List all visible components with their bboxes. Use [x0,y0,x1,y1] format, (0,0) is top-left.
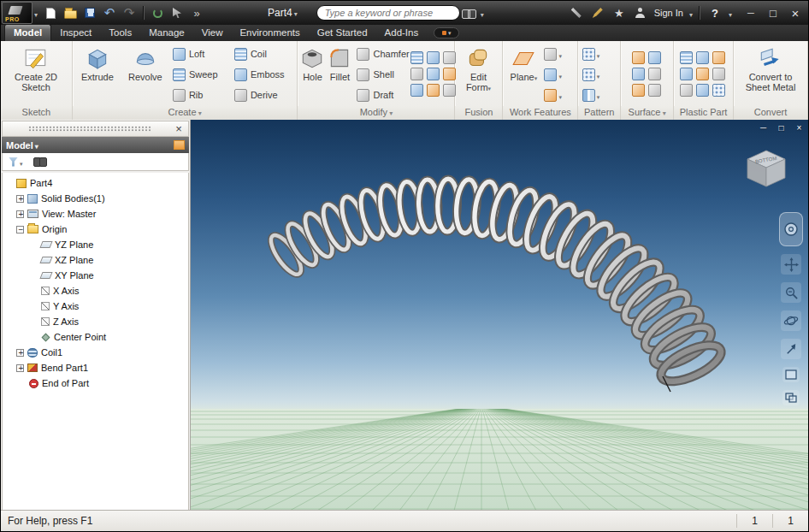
panel-label-pattern[interactable]: Pattern [578,106,620,120]
expander-icon[interactable] [16,349,24,357]
filter-button[interactable] [9,154,23,169]
sweep-button[interactable]: Sweep [170,66,230,83]
tree-item-center-point[interactable]: Center Point [3,329,188,345]
decal-icon[interactable] [712,84,725,97]
tree-item-part4[interactable]: Part4 [3,175,188,191]
coil-button[interactable]: Coil [232,45,295,62]
panel-label-surface[interactable]: Surface [621,106,673,120]
search-button[interactable] [460,4,479,21]
graphics-viewport[interactable]: BOTTOM ─ □ × [191,120,809,511]
expander-icon[interactable] [16,195,24,203]
expander-icon[interactable] [16,226,24,233]
favorites-button[interactable] [610,4,629,21]
snap-fit-icon[interactable] [680,68,693,80]
open-button[interactable] [61,4,80,21]
work-axis-button[interactable] [544,46,573,62]
tab-manage[interactable]: Manage [140,25,193,41]
new-file-button[interactable] [41,4,60,21]
hole-button[interactable]: Hole [299,43,325,106]
tab-inspect[interactable]: Inspect [51,25,100,41]
stitch-icon[interactable] [632,51,645,64]
bend-part-icon[interactable] [443,84,456,97]
sculpt-icon[interactable] [632,84,645,97]
expander-icon[interactable] [16,210,24,218]
edit-form-button[interactable]: Edit Form [457,43,499,106]
document-minimize-button[interactable]: ─ [756,121,771,134]
loft-button[interactable]: Loft [170,45,230,62]
sign-in-avatar[interactable] [631,4,650,21]
panel-label-fusion[interactable]: Fusion [455,106,502,120]
maximize-button[interactable] [762,4,784,21]
panel-label-modify[interactable]: Modify [298,106,454,120]
panel-label-plastic-part[interactable]: Plastic Part [674,106,733,120]
thread-icon[interactable] [410,51,423,64]
steering-wheel-button[interactable] [779,212,803,246]
draft-button[interactable]: Draft [354,86,407,103]
move-face-icon[interactable] [410,68,423,80]
tab-get-started[interactable]: Get Started [309,25,376,41]
mirror-button[interactable] [582,87,617,103]
extend-icon[interactable] [648,68,661,80]
tab-tools[interactable]: Tools [100,25,140,41]
application-menu-button[interactable]: PRO [2,2,32,24]
tree-item-bend-part1[interactable]: Bend Part1 [3,360,188,375]
tree-item-y-axis[interactable]: Y Axis [3,299,188,314]
sign-in-label[interactable]: Sign In [654,8,683,18]
tools-button[interactable] [567,4,586,21]
panel-label-work-features[interactable]: Work Features [503,106,577,120]
lip-icon[interactable] [712,68,725,80]
help-caret-icon[interactable] [727,5,732,21]
tab-environments[interactable]: Environments [231,25,308,41]
sign-in-caret-icon[interactable] [688,5,693,21]
tree-item-xy-plane[interactable]: XY Plane [3,268,188,283]
document-restore-button[interactable]: □ [774,121,788,134]
orbit-button[interactable] [781,310,801,331]
ribbon-options-button[interactable] [434,27,459,38]
replace-face-icon[interactable] [648,84,661,97]
emboss-button[interactable]: Emboss [232,66,295,83]
patch-icon[interactable] [648,51,661,64]
expander-icon[interactable] [16,364,24,372]
circular-pattern-button[interactable] [582,67,617,82]
copy-object-icon[interactable] [427,68,440,80]
minimize-button[interactable] [740,4,762,21]
save-button[interactable] [80,4,99,21]
shell-button[interactable]: Shell [354,66,407,83]
delete-face-icon[interactable] [410,84,423,97]
rectangular-pattern-button[interactable] [582,46,617,62]
update-button[interactable] [148,4,167,21]
close-button[interactable] [784,4,806,21]
document-title-caret-icon[interactable] [292,7,298,19]
convert-to-sheet-metal-button[interactable]: Convert to Sheet Metal [735,43,806,106]
panel-label-convert[interactable]: Convert [734,106,807,120]
thicken-icon[interactable] [696,84,709,97]
undo-button[interactable] [100,4,119,21]
derive-button[interactable]: Derive [232,86,295,103]
grill-icon[interactable] [680,51,693,64]
annotate-button[interactable] [588,4,607,21]
tab-add-ins[interactable]: Add-Ins [376,25,428,41]
split-icon[interactable] [443,51,456,64]
browser-title-bar[interactable]: Model [2,137,189,153]
create-2d-sketch-button[interactable]: Create 2D Sketch [3,43,69,106]
work-point-button[interactable] [544,67,573,82]
plane-button[interactable]: Plane [505,43,542,106]
rib-button[interactable]: Rib [170,86,230,103]
tree-item-xz-plane[interactable]: XZ Plane [3,252,188,268]
select-button[interactable] [168,4,186,21]
redo-button[interactable] [120,4,139,21]
tree-item-end-of-part[interactable]: End of Part [3,375,188,391]
drag-handle-icon[interactable] [28,126,151,132]
zoom-button[interactable] [781,282,801,303]
browser-close-icon[interactable] [173,123,185,135]
tree-item-view-master[interactable]: View: Master [3,206,188,222]
tree-item-solid-bodies[interactable]: Solid Bodies(1) [3,191,188,206]
panel-label-sketch[interactable]: Sketch [1,106,72,120]
toolbar-overflow-button[interactable] [187,4,206,21]
tree-item-origin[interactable]: Origin [3,222,188,237]
fillet-button[interactable]: Fillet [327,43,352,106]
trim-icon[interactable] [632,68,645,80]
help-button[interactable] [706,4,724,21]
tree-item-yz-plane[interactable]: YZ Plane [3,237,188,252]
tab-model[interactable]: Model [4,24,51,41]
